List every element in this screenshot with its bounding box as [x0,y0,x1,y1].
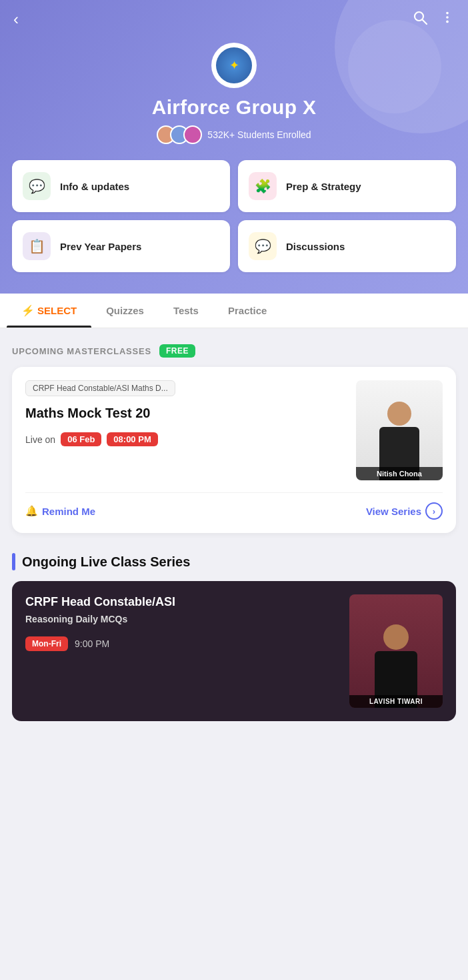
ongoing-instructor-photo: LAVISH TIWARI [349,594,443,708]
tabs-row: ⚡ SELECT Quizzes Tests Practice [7,294,461,328]
enrollment-row: 532K+ Students Enrolled [157,125,311,144]
ongoing-header: Ongoing Live Class Series [12,553,456,570]
masterclasses-section-header: UPCOMING MASTERCLASSES FREE [0,328,468,367]
enrollment-count: 532K+ Students Enrolled [207,129,311,140]
time-badge: 08:00 PM [107,432,157,446]
tab-select[interactable]: ⚡ SELECT [7,294,91,328]
discussions-label: Discussions [286,241,345,252]
card-info-updates[interactable]: 💬 Info & updates [12,160,230,212]
schedule-row: Mon-Fri 9:00 PM [25,636,339,651]
prep-strategy-icon: 🧩 [249,172,277,200]
section-bar [12,553,15,570]
search-icon[interactable] [412,9,428,29]
ongoing-section: Ongoing Live Class Series CRPF Head Cons… [0,533,468,730]
svg-point-0 [415,12,423,21]
svg-point-2 [446,12,449,15]
back-button[interactable]: ‹ [13,11,19,27]
ongoing-card-content: CRPF Head Constable/ASI Reasoning Daily … [25,594,339,651]
bell-icon: 🔔 [25,505,38,517]
days-badge: Mon-Fri [25,636,68,651]
prep-strategy-label: Prep & Strategy [286,181,361,192]
info-updates-label: Info & updates [60,181,129,192]
ongoing-person-figure [375,594,417,708]
schedule-time: 9:00 PM [75,638,109,649]
class-card-inner: CRPF Head Constable/ASI Maths D... Maths… [25,380,443,480]
card-prep-strategy[interactable]: 🧩 Prep & Strategy [238,160,456,212]
discussions-icon: 💬 [249,232,277,260]
prev-papers-icon: 📋 [23,232,51,260]
tab-quizzes[interactable]: Quizzes [91,294,159,327]
app-title: Airforce Group X [152,96,317,119]
ongoing-subtitle: Reasoning Daily MCQs [25,614,339,624]
app-logo [211,43,257,88]
view-series-button[interactable]: View Series › [366,502,443,520]
class-title: Maths Mock Test 20 [25,404,348,422]
instructor-photo: Nitish Chona [356,380,443,480]
logo-inner [216,47,252,83]
ongoing-instructor: LAVISH TIWARI [349,594,443,708]
class-tag: CRPF Head Constable/ASI Maths D... [25,380,175,396]
more-options-icon[interactable] [440,10,455,29]
feature-cards-grid: 💬 Info & updates 🧩 Prep & Strategy 📋 Pre… [12,160,456,272]
live-label: Live on [25,434,55,445]
top-bar: ‹ [0,0,468,36]
card-actions: 🔔 Remind Me View Series › [25,492,443,520]
tab-practice[interactable]: Practice [213,294,281,327]
tab-tests[interactable]: Tests [159,294,213,327]
info-updates-icon: 💬 [23,172,51,200]
class-card-content: CRPF Head Constable/ASI Maths D... Maths… [25,380,348,480]
flash-icon: ⚡ [21,304,35,317]
person-head-2 [383,624,409,650]
tab-select-label: ⚡ SELECT [21,304,77,317]
svg-line-1 [423,20,427,25]
instructor-image: Nitish Chona [356,380,443,480]
hero-section: ‹ Airforce Group X [0,0,468,294]
prev-papers-label: Prev Year Papers [60,241,141,252]
instructor-figure [379,380,419,480]
ongoing-instructor-name: LAVISH TIWARI [349,695,443,708]
arrow-icon: › [425,502,443,520]
svg-point-4 [446,21,449,23]
svg-point-3 [446,16,449,19]
masterclass-card: CRPF Head Constable/ASI Maths D... Maths… [12,367,456,533]
person-head [387,402,411,426]
instructor-name: Nitish Chona [356,467,443,480]
live-row: Live on 06 Feb 08:00 PM [25,432,348,446]
remind-me-button[interactable]: 🔔 Remind Me [25,505,95,517]
card-prev-papers[interactable]: 📋 Prev Year Papers [12,220,230,272]
ongoing-title: Ongoing Live Class Series [22,554,190,570]
hero-content: Airforce Group X 532K+ Students Enrolled [0,36,468,160]
card-discussions[interactable]: 💬 Discussions [238,220,456,272]
ongoing-course-title: CRPF Head Constable/ASI [25,594,339,610]
tabs-section: ⚡ SELECT Quizzes Tests Practice [0,294,468,328]
free-badge: FREE [159,344,195,358]
avatar-3 [183,125,202,144]
main-content: UPCOMING MASTERCLASSES FREE CRPF Head Co… [0,328,468,751]
ongoing-card[interactable]: CRPF Head Constable/ASI Reasoning Daily … [12,581,456,721]
masterclasses-title: UPCOMING MASTERCLASSES [12,346,151,356]
avatar-stack [157,125,202,144]
top-right-actions [412,9,455,29]
date-badge: 06 Feb [61,432,101,446]
